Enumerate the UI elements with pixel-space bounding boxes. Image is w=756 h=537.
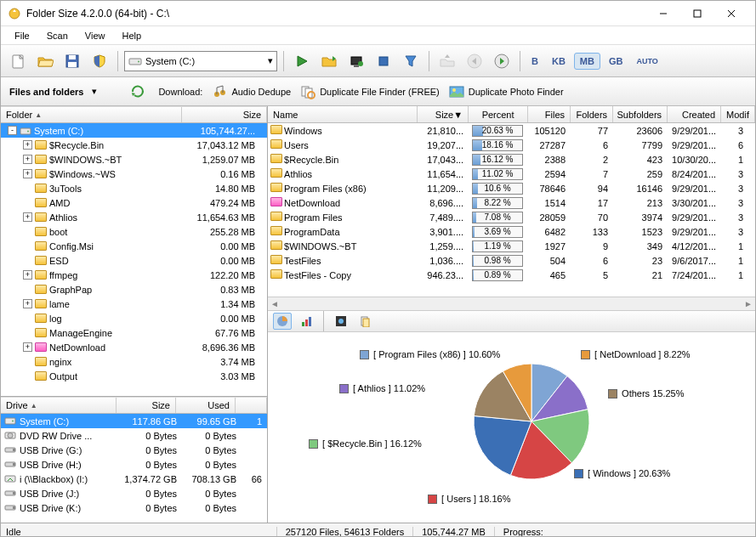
list-row[interactable]: Athlios11,654...11.02 %259472598/24/201.… [268,167,755,181]
size-gb-button[interactable]: GB [604,54,628,69]
list-row[interactable]: Users19,207...18.16 %27287677999/29/201.… [268,138,755,152]
list-row[interactable]: $WINDOWS.~BT1,259....1.19 %192793494/12/… [268,239,755,253]
folder-tree[interactable]: -System (C:)105,744.27...+$Recycle.Bin17… [1,123,267,396]
list-item-folders: 6 [569,256,611,266]
tree-row[interactable]: ESD0.00 MB [1,253,267,268]
collapse-icon[interactable]: - [8,126,17,135]
tree-row[interactable]: nginx3.74 MB [1,354,267,369]
expand-icon[interactable]: + [23,169,32,178]
tree-row[interactable]: +$Recycle.Bin17,043.12 MB [1,138,267,152]
file-list[interactable]: Name Size▼ Percent Files Folders Subfold… [268,106,755,297]
list-header-subfolders[interactable]: Subfolders [613,106,668,122]
new-button[interactable] [6,49,30,73]
list-row[interactable]: ProgramData3,901....3.69 %648213315239/2… [268,224,755,239]
tree-row[interactable]: ManageEngine67.76 MB [1,325,267,340]
expand-icon[interactable]: + [23,270,32,280]
tree-row[interactable]: +$WINDOWS.~BT1,259.07 MB [1,152,267,167]
stop-button[interactable] [372,49,395,73]
expand-icon[interactable]: + [23,155,32,164]
tree-row[interactable]: -System (C:)105,744.27... [1,123,267,138]
files-tab[interactable] [355,313,374,330]
maximize-button[interactable] [680,2,714,25]
tree-row[interactable]: +lame1.34 MB [1,297,267,311]
list-header-percent[interactable]: Percent [469,106,528,122]
filter-button[interactable] [399,49,423,73]
tree-header-folder[interactable]: Folder▲ [1,107,182,122]
size-auto-button[interactable]: AUTO [631,54,662,68]
drive-row[interactable]: i (\\Blackbox) (I:)1,374.72 GB708.13 GB6… [1,472,267,486]
tree-row[interactable]: +ffmpeg122.20 MB [1,268,267,282]
horizontal-scrollbar[interactable]: ◄► [268,297,755,310]
list-row[interactable]: NetDownload8,696....8.22 %1514172133/30/… [268,195,755,210]
forward-button[interactable] [490,49,514,73]
tree-row[interactable]: Output3.03 MB [1,369,267,383]
expand-icon[interactable]: + [23,212,32,222]
list-row[interactable]: Windows21,810...20.63 %10512077236069/29… [268,123,755,138]
expand-icon[interactable]: + [23,299,32,308]
details-tab[interactable] [332,313,350,330]
back-button[interactable] [463,49,486,73]
menu-view[interactable]: View [77,29,114,42]
drive-combo[interactable]: System (C:) ▾ [124,51,277,71]
drive-row[interactable]: System (C:)117.86 GB99.65 GB1 [1,414,267,428]
list-header-created[interactable]: Created [668,106,721,122]
tree-row[interactable]: Config.Msi0.00 MB [1,239,267,253]
close-button[interactable] [714,2,748,25]
tree-item-name: ManageEngine [49,328,185,338]
play-button[interactable] [290,49,314,73]
save-button[interactable] [60,49,84,73]
dupe-file-link[interactable]: Duplicate File Finder (FREE) [299,84,440,99]
size-b-button[interactable]: B [526,54,543,69]
dupe-photo-link[interactable]: Duplicate Photo Finder [448,84,564,99]
up-button[interactable] [435,49,459,73]
drive-row[interactable]: USB Drive (K:)0 Bytes0 Bytes [1,500,267,515]
chevron-down-icon: ▾ [268,55,273,66]
bar-chart-tab[interactable] [297,313,315,330]
drive-header-size[interactable]: Size [117,398,176,413]
dropdown-arrow-icon[interactable]: ▾ [92,86,97,97]
tree-row[interactable]: 3uTools14.80 MB [1,181,267,195]
usb-icon [4,444,16,456]
expand-icon[interactable]: + [23,342,32,352]
list-row[interactable]: TestFiles - Copy946.23...0.89 %4655217/2… [268,268,755,282]
list-header-size[interactable]: Size▼ [418,106,469,122]
expand-icon[interactable]: + [23,140,32,150]
list-header-folders[interactable]: Folders [571,106,613,122]
pie-chart-tab[interactable] [273,313,292,330]
drive-header-drive[interactable]: Drive▲ [1,398,117,413]
drive-row[interactable]: DVD RW Drive ...0 Bytes0 Bytes [1,428,267,443]
drive-list[interactable]: System (C:)117.86 GB99.65 GB1DVD RW Driv… [1,414,267,523]
menu-help[interactable]: Help [113,29,150,42]
tree-row[interactable]: AMD479.24 MB [1,195,267,210]
audio-dedupe-link[interactable]: Audio Dedupe [211,84,291,99]
drive-row[interactable]: USB Drive (G:)0 Bytes0 Bytes [1,443,267,457]
scan-folder-button[interactable] [317,49,341,73]
size-kb-button[interactable]: KB [547,54,571,69]
tree-row[interactable]: log0.00 MB [1,311,267,325]
shield-button[interactable] [88,49,111,73]
drive-header-used[interactable]: Used [176,398,236,413]
tree-header-size[interactable]: Size [182,107,267,122]
tree-row[interactable]: +NetDownload8,696.36 MB [1,340,267,354]
tree-row[interactable]: GraphPap0.83 MB [1,282,267,297]
minimize-button[interactable] [646,2,680,25]
list-header-files[interactable]: Files [528,106,571,122]
open-button[interactable] [33,49,57,73]
expander-blank [23,227,32,236]
drive-row[interactable]: USB Drive (J:)0 Bytes0 Bytes [1,486,267,500]
size-mb-button[interactable]: MB [574,53,600,70]
list-row[interactable]: Program Files7,489....7.08 %280597039749… [268,210,755,224]
list-header-modified[interactable]: Modif [721,106,755,122]
tree-row[interactable]: boot255.28 MB [1,224,267,239]
menu-scan[interactable]: Scan [38,29,77,42]
list-header-name[interactable]: Name [268,106,418,122]
refresh-button[interactable] [126,80,150,104]
list-row[interactable]: TestFiles1,036....0.98 %5046239/6/2017..… [268,253,755,268]
network-button[interactable] [344,49,368,73]
menu-file[interactable]: File [6,29,38,42]
tree-row[interactable]: +$Windows.~WS0.16 MB [1,167,267,181]
list-row[interactable]: Program Files (x86)11,209...10.6 %786469… [268,181,755,195]
tree-row[interactable]: +Athlios11,654.63 MB [1,210,267,224]
drive-row[interactable]: USB Drive (H:)0 Bytes0 Bytes [1,457,267,472]
list-row[interactable]: $Recycle.Bin17,043...16.12 %2388242310/3… [268,152,755,167]
